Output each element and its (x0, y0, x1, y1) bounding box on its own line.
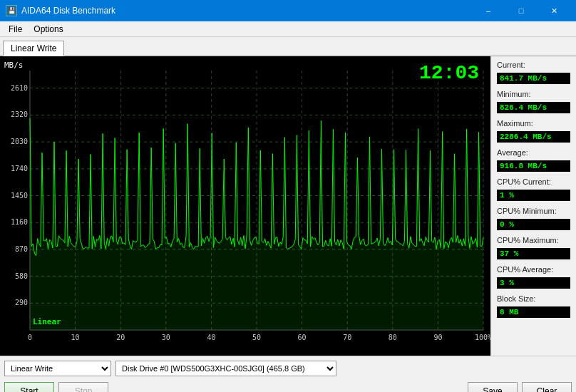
minimum-label: Minimum: (497, 90, 570, 98)
cpu-minimum-value: 0 % (497, 219, 570, 230)
blocksize-label: Block Size: (497, 294, 570, 303)
clear-button[interactable]: Clear (522, 382, 572, 392)
cpu-current-value: 1 % (497, 190, 570, 201)
menu-file[interactable]: File (3, 23, 28, 36)
menu-bar: File Options (0, 21, 576, 37)
cpu-average-label: CPU% Average: (497, 265, 570, 274)
main-content: MB/s 12:03 Current: 841.7 MB/s Minimum: … (0, 56, 576, 356)
current-value: 841.7 MB/s (497, 73, 570, 84)
stop-button[interactable]: Stop (58, 382, 108, 392)
minimum-value: 826.4 MB/s (497, 102, 570, 113)
y-axis-unit-label: MB/s (4, 61, 24, 70)
minimize-button[interactable]: – (472, 0, 505, 21)
benchmark-canvas (0, 56, 490, 356)
title-bar: 💾 AIDA64 Disk Benchmark – □ ✕ (0, 0, 576, 21)
save-button[interactable]: Save (468, 382, 518, 392)
tab-linear-write[interactable]: Linear Write (3, 41, 64, 56)
cpu-maximum-label: CPU% Maximum: (497, 236, 570, 244)
close-button[interactable]: ✕ (538, 0, 570, 21)
start-button[interactable]: Start (4, 382, 54, 392)
app-icon: 💾 (6, 5, 17, 16)
cpu-maximum-value: 37 % (497, 248, 570, 259)
test-select[interactable]: Linear Write Linear Read Random Write Ra… (4, 361, 111, 376)
time-display: 12:03 (419, 62, 479, 84)
blocksize-value: 8 MB (497, 306, 570, 318)
tab-bar: Linear Write (0, 37, 576, 56)
window-controls: – □ ✕ (472, 0, 570, 21)
disk-select[interactable]: Disk Drive #0 [WDS500G3XHC-00SJG0] (465.… (115, 361, 336, 376)
bottom-bar: Linear Write Linear Read Random Write Ra… (0, 356, 576, 392)
average-label: Average: (497, 148, 570, 157)
chart-area: MB/s 12:03 (0, 56, 490, 356)
menu-options[interactable]: Options (28, 23, 68, 36)
cpu-average-value: 3 % (497, 277, 570, 289)
button-row: Start Stop Save Clear (0, 381, 576, 392)
maximum-value: 2286.4 MB/s (497, 131, 570, 143)
cpu-current-label: CPU% Current: (497, 177, 570, 186)
current-label: Current: (497, 61, 570, 69)
average-value: 916.8 MB/s (497, 160, 570, 172)
maximize-button[interactable]: □ (505, 0, 538, 21)
stats-panel: Current: 841.7 MB/s Minimum: 826.4 MB/s … (490, 56, 576, 356)
controls-row: Linear Write Linear Read Random Write Ra… (0, 356, 576, 381)
window-title: AIDA64 Disk Benchmark (21, 6, 115, 16)
maximum-label: Maximum: (497, 119, 570, 128)
cpu-minimum-label: CPU% Minimum: (497, 207, 570, 215)
